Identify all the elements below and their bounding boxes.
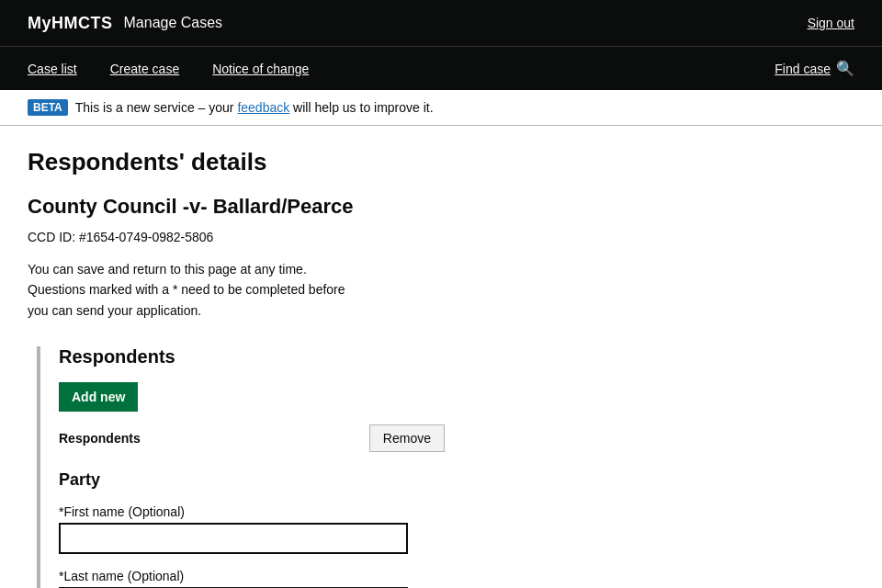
beta-banner: BETA This is a new service – your feedba…	[0, 90, 882, 126]
signout-container: Sign out	[808, 16, 854, 30]
add-new-button[interactable]: Add new	[59, 382, 138, 412]
header: MyHMCTS Manage Cases Sign out	[0, 0, 882, 46]
find-case-link[interactable]: Find case	[775, 62, 831, 76]
first-name-group: *First name (Optional)	[59, 504, 854, 554]
form-section: Respondents Add new Respondents Remove P…	[37, 346, 854, 588]
beta-text: This is a new service – your feedback wi…	[75, 100, 434, 115]
navbar: Case list Create case Notice of change F…	[0, 46, 882, 90]
nav-notice-of-change[interactable]: Notice of change	[196, 49, 325, 89]
nav-links: Case list Create case Notice of change	[28, 49, 325, 89]
party-heading: Party	[59, 470, 854, 490]
respondents-row: Respondents Remove	[59, 424, 445, 452]
header-left: MyHMCTS Manage Cases	[28, 14, 222, 33]
first-name-input[interactable]	[59, 523, 408, 554]
signout-link[interactable]: Sign out	[808, 16, 854, 30]
feedback-link[interactable]: feedback	[237, 100, 289, 115]
last-name-label: *Last name (Optional)	[59, 569, 854, 583]
last-name-group: *Last name (Optional)	[59, 569, 854, 588]
remove-button[interactable]: Remove	[369, 424, 445, 452]
nav-create-case[interactable]: Create case	[94, 49, 196, 89]
section-heading: Respondents	[59, 346, 854, 368]
beta-tag: BETA	[28, 99, 68, 116]
nav-case-list[interactable]: Case list	[28, 49, 94, 89]
main-content: Respondents' details County Council -v- …	[0, 126, 882, 588]
search-icon: 🔍	[836, 60, 854, 77]
case-id: CCD ID: #1654-0749-0982-5806	[28, 230, 854, 244]
info-text: You can save and return to this page at …	[28, 259, 854, 321]
respondents-label: Respondents	[59, 431, 141, 446]
app-title: Manage Cases	[124, 15, 223, 31]
brand-name: MyHMCTS	[28, 14, 113, 33]
case-title: County Council -v- Ballard/Pearce	[28, 195, 854, 219]
first-name-label: *First name (Optional)	[59, 504, 854, 519]
page-title: Respondents' details	[28, 148, 854, 176]
nav-right: Find case 🔍	[775, 47, 854, 90]
